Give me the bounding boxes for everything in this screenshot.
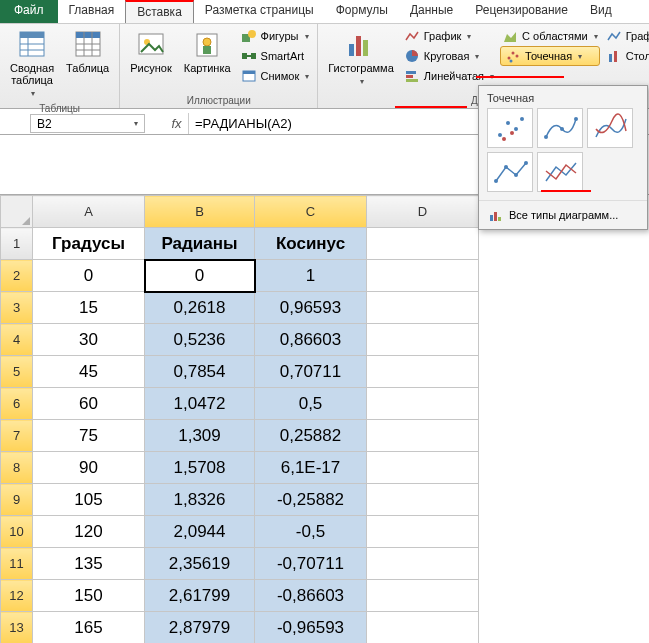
cell-b12[interactable]: 2,61799 (145, 580, 255, 612)
cell-a6[interactable]: 60 (33, 388, 145, 420)
scatter-type-smooth[interactable] (587, 108, 633, 148)
cell-b5[interactable]: 0,7854 (145, 356, 255, 388)
tab-formulas[interactable]: Формулы (325, 0, 399, 23)
other-line-button[interactable]: График (604, 26, 649, 46)
row-header-8[interactable]: 8 (1, 452, 33, 484)
row-header-9[interactable]: 9 (1, 484, 33, 516)
scatter-type-markers[interactable] (487, 108, 533, 148)
tab-review[interactable]: Рецензирование (464, 0, 579, 23)
clipart-button[interactable]: Картинка (180, 26, 235, 76)
cell-d11[interactable] (367, 548, 479, 580)
cell-c10[interactable]: -0,5 (255, 516, 367, 548)
cell-b9[interactable]: 1,8326 (145, 484, 255, 516)
tab-insert[interactable]: Вставка (125, 0, 194, 23)
row-header-5[interactable]: 5 (1, 356, 33, 388)
cell-b8[interactable]: 1,5708 (145, 452, 255, 484)
cell-a3[interactable]: 15 (33, 292, 145, 324)
cell-a7[interactable]: 75 (33, 420, 145, 452)
cell-d7[interactable] (367, 420, 479, 452)
scatter-type-lines-markers[interactable] (487, 152, 533, 192)
all-chart-types-button[interactable]: Все типы диаграмм... (479, 200, 647, 223)
shapes-button[interactable]: Фигуры▾ (239, 26, 312, 46)
cell-b1[interactable]: Радианы (145, 228, 255, 260)
line-chart-button[interactable]: График▾ (402, 26, 496, 46)
col-header-b[interactable]: B (145, 196, 255, 228)
row-header-12[interactable]: 12 (1, 580, 33, 612)
tab-data[interactable]: Данные (399, 0, 464, 23)
cell-d1[interactable] (367, 228, 479, 260)
area-chart-button[interactable]: С областями▾ (500, 26, 600, 46)
col-header-a[interactable]: A (33, 196, 145, 228)
stock-chart-button[interactable]: Столбец (604, 46, 649, 66)
cell-d8[interactable] (367, 452, 479, 484)
row-header-4[interactable]: 4 (1, 324, 33, 356)
cell-d4[interactable] (367, 324, 479, 356)
tab-home[interactable]: Главная (58, 0, 126, 23)
cell-b2[interactable]: 0 (145, 260, 255, 292)
cell-d2[interactable] (367, 260, 479, 292)
cell-c13[interactable]: -0,96593 (255, 612, 367, 644)
col-header-c[interactable]: C (255, 196, 367, 228)
cell-d5[interactable] (367, 356, 479, 388)
row-header-3[interactable]: 3 (1, 292, 33, 324)
pivot-table-button[interactable]: Своднаятаблица ▾ (6, 26, 58, 101)
tab-view[interactable]: Вид (579, 0, 623, 23)
cell-a8[interactable]: 90 (33, 452, 145, 484)
cell-a11[interactable]: 135 (33, 548, 145, 580)
cell-c4[interactable]: 0,86603 (255, 324, 367, 356)
cell-b6[interactable]: 1,0472 (145, 388, 255, 420)
scatter-type-lines[interactable] (537, 152, 583, 192)
cell-b7[interactable]: 1,309 (145, 420, 255, 452)
fx-icon[interactable]: fx (165, 113, 189, 134)
row-header-7[interactable]: 7 (1, 420, 33, 452)
cell-a12[interactable]: 150 (33, 580, 145, 612)
row-header-6[interactable]: 6 (1, 388, 33, 420)
tab-layout[interactable]: Разметка страницы (194, 0, 325, 23)
cell-c7[interactable]: 0,25882 (255, 420, 367, 452)
cell-c6[interactable]: 0,5 (255, 388, 367, 420)
cell-a5[interactable]: 45 (33, 356, 145, 388)
cell-a4[interactable]: 30 (33, 324, 145, 356)
histogram-button[interactable]: Гистограмма▾ (324, 26, 398, 89)
cell-a13[interactable]: 165 (33, 612, 145, 644)
select-all-cell[interactable] (1, 196, 33, 228)
cell-b13[interactable]: 2,87979 (145, 612, 255, 644)
screenshot-button[interactable]: Снимок▾ (239, 66, 312, 86)
cell-c5[interactable]: 0,70711 (255, 356, 367, 388)
row-header-11[interactable]: 11 (1, 548, 33, 580)
pie-chart-button[interactable]: Круговая▾ (402, 46, 496, 66)
table-button[interactable]: Таблица (62, 26, 113, 76)
cell-d6[interactable] (367, 388, 479, 420)
cell-a1[interactable]: Градусы (33, 228, 145, 260)
cell-a10[interactable]: 120 (33, 516, 145, 548)
smartart-button[interactable]: SmartArt (239, 46, 312, 66)
picture-button[interactable]: Рисунок (126, 26, 176, 76)
cell-c3[interactable]: 0,96593 (255, 292, 367, 324)
spreadsheet-grid[interactable]: A B C D 1 Градусы Радианы Косинус 2001 3… (0, 195, 649, 643)
cell-d9[interactable] (367, 484, 479, 516)
cell-b11[interactable]: 2,35619 (145, 548, 255, 580)
scatter-type-smooth-markers[interactable] (537, 108, 583, 148)
row-header-13[interactable]: 13 (1, 612, 33, 644)
row-header-2[interactable]: 2 (1, 260, 33, 292)
cell-c9[interactable]: -0,25882 (255, 484, 367, 516)
cell-c8[interactable]: 6,1E-17 (255, 452, 367, 484)
name-box-dropdown-icon[interactable]: ▾ (134, 119, 138, 128)
cell-d3[interactable] (367, 292, 479, 324)
cell-c1[interactable]: Косинус (255, 228, 367, 260)
cell-c11[interactable]: -0,70711 (255, 548, 367, 580)
cell-c12[interactable]: -0,86603 (255, 580, 367, 612)
scatter-chart-button[interactable]: Точечная▾ (500, 46, 600, 66)
row-header-10[interactable]: 10 (1, 516, 33, 548)
cell-d13[interactable] (367, 612, 479, 644)
row-header-1[interactable]: 1 (1, 228, 33, 260)
cell-d10[interactable] (367, 516, 479, 548)
cell-b4[interactable]: 0,5236 (145, 324, 255, 356)
name-box[interactable]: B2 ▾ (30, 114, 145, 133)
cell-b3[interactable]: 0,2618 (145, 292, 255, 324)
tab-file[interactable]: Файл (0, 0, 58, 23)
cell-a2[interactable]: 0 (33, 260, 145, 292)
cell-a9[interactable]: 105 (33, 484, 145, 516)
cell-c2[interactable]: 1 (255, 260, 367, 292)
cell-d12[interactable] (367, 580, 479, 612)
